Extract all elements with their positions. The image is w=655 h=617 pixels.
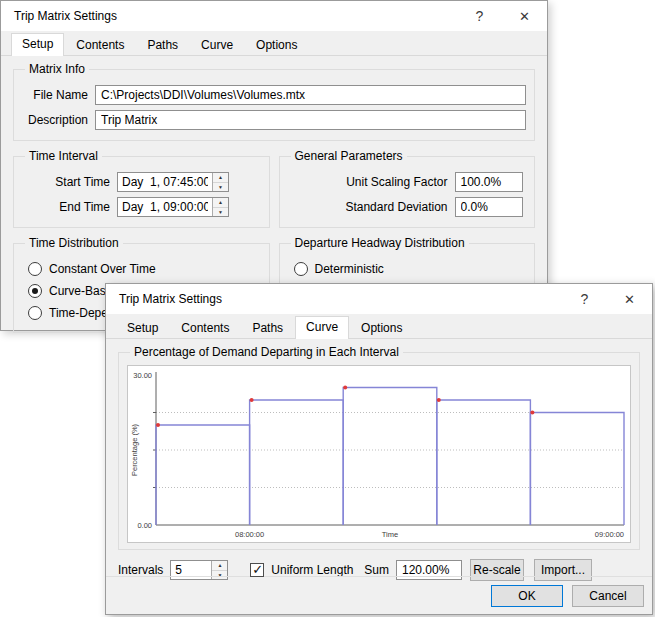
data-point-marker — [530, 411, 534, 415]
svg-text:Percentage (%): Percentage (%) — [130, 423, 139, 476]
data-point-marker — [343, 386, 347, 390]
file-name-label: File Name — [22, 88, 88, 102]
radio-icon[interactable] — [28, 284, 42, 298]
titlebar-buttons: ? ✕ — [562, 284, 652, 314]
titlebar-buttons: ? ✕ — [457, 1, 547, 31]
unit-scaling-factor-input[interactable] — [455, 172, 523, 192]
spin-up-icon[interactable]: ▲ — [212, 561, 227, 571]
tab-paths[interactable]: Paths — [136, 34, 189, 56]
radio-icon[interactable] — [294, 262, 308, 276]
help-icon[interactable]: ? — [562, 284, 607, 314]
tab-curve[interactable]: Curve — [190, 34, 244, 56]
start-time-input[interactable] — [118, 173, 212, 191]
trip-matrix-settings-dialog-setup: Trip Matrix Settings ? ✕ Setup Contents … — [0, 0, 548, 331]
radio-option-deterministic[interactable]: Deterministic — [294, 262, 527, 276]
end-time-label: End Time — [22, 200, 110, 214]
description-input[interactable] — [95, 110, 526, 130]
time-distribution-group-title: Time Distribution — [25, 236, 123, 250]
tab-contents[interactable]: Contents — [170, 317, 240, 339]
time-interval-group: Time Interval Start Time ▲ ▼ End Time — [13, 149, 270, 228]
tab-strip: Setup Contents Paths Curve Options — [1, 31, 547, 55]
description-label: Description — [22, 113, 88, 127]
tab-paths[interactable]: Paths — [241, 317, 294, 339]
curve-chart-group-title: Percentage of Demand Departing in Each I… — [130, 345, 403, 359]
departure-headway-group-title: Departure Headway Distribution — [291, 236, 469, 250]
spin-down-icon[interactable]: ▼ — [213, 208, 228, 217]
tab-strip: Setup Contents Paths Curve Options — [106, 314, 652, 338]
data-point-marker — [156, 423, 160, 427]
titlebar[interactable]: Trip Matrix Settings ? ✕ — [106, 284, 652, 314]
uniform-length-label: Uniform Length — [271, 563, 353, 577]
standard-deviation-input[interactable] — [455, 197, 523, 217]
standard-deviation-label: Standard Deviation — [288, 200, 448, 214]
svg-text:Time: Time — [382, 530, 398, 539]
svg-text:09:00:00: 09:00:00 — [595, 530, 624, 539]
cancel-button[interactable]: Cancel — [572, 585, 644, 607]
data-point-marker — [437, 398, 441, 402]
svg-text:0.00: 0.00 — [137, 521, 152, 530]
uniform-length-checkbox[interactable] — [250, 563, 264, 577]
tab-options[interactable]: Options — [350, 317, 413, 339]
start-time-stepper[interactable]: ▲ ▼ — [117, 172, 229, 192]
close-icon[interactable]: ✕ — [607, 284, 652, 314]
start-time-spin-buttons[interactable]: ▲ ▼ — [212, 173, 228, 191]
radio-icon[interactable] — [28, 262, 42, 276]
end-time-input[interactable] — [118, 198, 212, 216]
general-parameters-group-title: General Parameters — [291, 149, 407, 163]
time-interval-group-title: Time Interval — [25, 149, 102, 163]
dialog-footer: OK Cancel — [106, 576, 652, 614]
intervals-label: Intervals — [118, 563, 163, 577]
tab-options[interactable]: Options — [245, 34, 308, 56]
sum-label: Sum — [364, 563, 389, 577]
curve-chart-panel: 30.000.0008:00:0009:00:00TimePercentage … — [127, 365, 631, 543]
svg-text:08:00:00: 08:00:00 — [235, 530, 264, 539]
tab-curve[interactable]: Curve — [295, 316, 349, 339]
spin-down-icon[interactable]: ▼ — [213, 183, 228, 192]
tab-contents[interactable]: Contents — [65, 34, 135, 56]
unit-scaling-factor-label: Unit Scaling Factor — [288, 175, 448, 189]
spin-up-icon[interactable]: ▲ — [213, 198, 228, 208]
matrix-info-group-title: Matrix Info — [25, 62, 89, 76]
file-name-input[interactable] — [95, 85, 526, 105]
radio-option-constant-over-time[interactable]: Constant Over Time — [28, 262, 261, 276]
radio-label: Constant Over Time — [49, 262, 156, 276]
data-point-marker — [250, 398, 254, 402]
window-title: Trip Matrix Settings — [119, 292, 222, 306]
curve-tab-page: Percentage of Demand Departing in Each I… — [106, 338, 652, 614]
radio-icon[interactable] — [28, 306, 42, 320]
close-icon[interactable]: ✕ — [502, 1, 547, 31]
ok-button[interactable]: OK — [491, 585, 563, 607]
trip-matrix-settings-dialog-curve: Trip Matrix Settings ? ✕ Setup Contents … — [105, 283, 653, 615]
tab-setup[interactable]: Setup — [116, 317, 169, 339]
start-time-label: Start Time — [22, 175, 110, 189]
titlebar[interactable]: Trip Matrix Settings ? ✕ — [1, 1, 547, 31]
radio-label: Deterministic — [315, 262, 384, 276]
tab-setup[interactable]: Setup — [11, 33, 64, 56]
end-time-spin-buttons[interactable]: ▲ ▼ — [212, 198, 228, 216]
curve-chart-svg: 30.000.0008:00:0009:00:00TimePercentage … — [128, 366, 630, 542]
general-parameters-group: General Parameters Unit Scaling Factor S… — [279, 149, 536, 228]
end-time-stepper[interactable]: ▲ ▼ — [117, 197, 229, 217]
spin-up-icon[interactable]: ▲ — [213, 173, 228, 183]
help-icon[interactable]: ? — [457, 1, 502, 31]
matrix-info-group: Matrix Info File Name Description — [13, 62, 535, 141]
svg-text:30.00: 30.00 — [133, 371, 152, 380]
window-title: Trip Matrix Settings — [14, 9, 117, 23]
curve-chart-group: Percentage of Demand Departing in Each I… — [118, 345, 640, 550]
